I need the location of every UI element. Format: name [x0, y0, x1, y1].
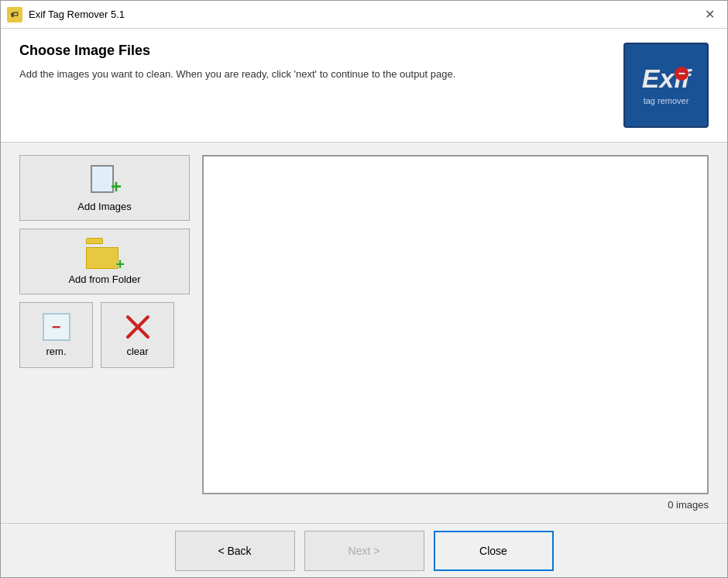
folder-body [86, 247, 118, 269]
folder-tab [86, 238, 103, 244]
window-close-button[interactable]: ✕ [698, 5, 721, 24]
add-folder-label: Add from Folder [68, 274, 140, 285]
add-images-icon: + [88, 163, 122, 196]
add-images-button[interactable]: + Add Images [19, 155, 190, 221]
remove-button[interactable]: − rem. [19, 302, 93, 368]
main-window: 🏷 Exif Tag Remover 5.1 ✕ Choose Image Fi… [0, 0, 728, 578]
app-logo: Exif − tag remover [623, 43, 709, 128]
clear-label: clear [126, 346, 148, 357]
header-section: Choose Image Files Add the images you wa… [1, 29, 727, 143]
back-button[interactable]: < Back [175, 531, 295, 571]
file-list-container: 0 images [202, 155, 709, 511]
content-area: + Add Images + Add from Folder [19, 155, 709, 511]
clear-button[interactable]: clear [101, 302, 174, 368]
logo-wrapper: Exif − [642, 65, 690, 91]
file-list[interactable] [202, 155, 709, 494]
title-bar-left: 🏷 Exif Tag Remover 5.1 [7, 7, 125, 22]
left-panel: + Add Images + Add from Folder [19, 155, 190, 511]
header-text: Choose Image Files Add the images you wa… [19, 43, 455, 82]
app-icon: 🏷 [7, 7, 22, 22]
logo-tag-text: tag remover [644, 96, 689, 105]
plus-icon: + [111, 177, 122, 196]
page-heading: Choose Image Files [19, 43, 455, 59]
minus-sign: − [52, 318, 61, 336]
title-bar: 🏷 Exif Tag Remover 5.1 ✕ [1, 1, 727, 29]
remove-label: rem. [46, 346, 67, 357]
footer: < Back Next > Close [1, 523, 727, 577]
add-folder-button[interactable]: + Add from Folder [19, 229, 190, 294]
remove-icon: − [43, 313, 70, 341]
clear-icon [124, 313, 152, 341]
close-button[interactable]: Close [434, 531, 554, 571]
window-title: Exif Tag Remover 5.1 [29, 9, 125, 20]
x-mark-icon [124, 313, 152, 341]
main-content: + Add Images + Add from Folder [1, 143, 727, 523]
small-buttons-row: − rem. clear [19, 302, 190, 368]
page-description: Add the images you want to clean. When y… [19, 67, 455, 82]
image-count: 0 images [202, 499, 709, 511]
folder-icon: + [86, 238, 123, 269]
add-images-label: Add Images [77, 201, 131, 212]
next-button[interactable]: Next > [304, 531, 424, 571]
folder-plus-icon: + [115, 256, 125, 272]
